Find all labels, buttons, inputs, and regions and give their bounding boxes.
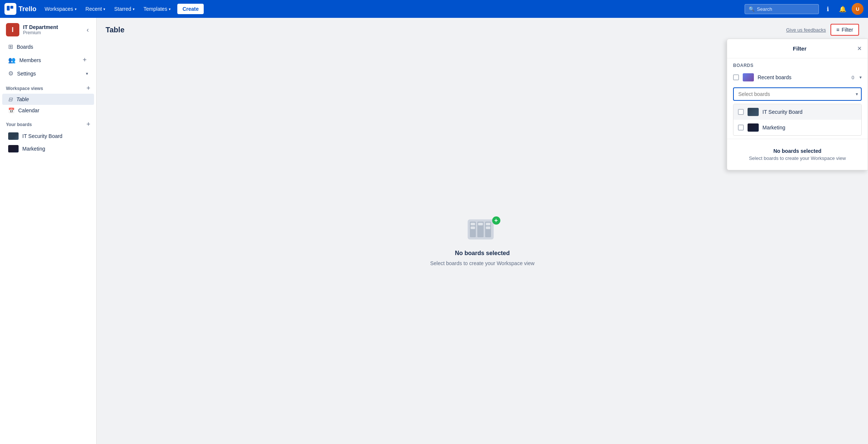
logo-icon (4, 3, 16, 15)
panel-empty-subtitle: Select boards to create your Workspace v… (733, 155, 862, 161)
marketing-checkbox[interactable] (738, 125, 744, 131)
dropdown-item-security[interactable]: IT Security Board (733, 104, 861, 120)
sidebar: I IT Department Premium ‹ ⊞ Boards 👥 Mem… (0, 18, 97, 444)
table-icon: ⊟ (8, 96, 13, 102)
sidebar-board-security[interactable]: IT Security Board (2, 130, 94, 142)
marketing-dropdown-label: Marketing (762, 125, 785, 131)
settings-chevron-icon: ▾ (86, 71, 88, 76)
add-board-button[interactable]: + (86, 120, 90, 128)
svg-rect-0 (7, 6, 10, 10)
sidebar-item-boards[interactable]: ⊞ Boards (2, 40, 94, 53)
sidebar-workspace-header: I IT Department Premium ‹ (0, 18, 96, 40)
settings-icon: ⚙ (8, 70, 13, 77)
topnav: Trello Workspaces ▾ Recent ▾ Starred ▾ T… (0, 0, 868, 18)
panel-empty-title: No boards selected (733, 148, 862, 154)
filter-panel-title: Filter (742, 45, 857, 52)
templates-chevron-icon: ▾ (169, 7, 171, 11)
give-feedback-link[interactable]: Give us feedbacks (786, 27, 826, 33)
recent-boards-chevron-icon[interactable]: ▾ (859, 75, 862, 80)
add-icon: + (492, 216, 500, 225)
filter-button[interactable]: ≡ Filter (830, 24, 859, 36)
info-button[interactable]: ℹ (822, 3, 834, 15)
create-button[interactable]: Create (177, 4, 204, 14)
select-boards-input[interactable] (733, 87, 862, 101)
panel-empty-state: No boards selected Select boards to crea… (727, 139, 868, 170)
recent-boards-count: 0 (852, 75, 854, 80)
security-dropdown-label: IT Security Board (762, 109, 803, 115)
workspaces-chevron-icon: ▾ (75, 7, 77, 11)
starred-chevron-icon: ▾ (133, 7, 135, 11)
logo-text: Trello (19, 5, 36, 13)
filter-boards-label: Boards (727, 58, 868, 70)
recent-boards-thumb (743, 73, 754, 81)
templates-menu-button[interactable]: Templates ▾ (140, 4, 174, 14)
table-label: Table (16, 96, 29, 102)
filter-boards-section: Recent boards 0 ▾ (727, 70, 868, 87)
board-graphic (468, 219, 494, 239)
sidebar-members-label: Members (19, 57, 41, 63)
sidebar-item-settings[interactable]: ⚙ Settings ▾ (2, 67, 94, 80)
add-workspace-view-button[interactable]: + (86, 84, 90, 92)
marketing-board-thumb (8, 145, 19, 152)
calendar-label: Calendar (18, 107, 39, 113)
starred-menu-button[interactable]: Starred ▾ (110, 4, 138, 14)
security-board-thumb (8, 132, 19, 140)
calendar-icon: 📅 (8, 107, 14, 113)
your-boards-section: Your boards + (0, 116, 96, 130)
sidebar-settings-label: Settings (17, 71, 36, 77)
filter-label: Filter (842, 27, 853, 33)
dropdown-item-marketing[interactable]: Marketing (733, 120, 861, 135)
select-boards-wrapper: ▾ (733, 87, 862, 101)
sidebar-item-members[interactable]: 👥 Members + (2, 53, 94, 67)
boards-dropdown: IT Security Board Marketing (733, 104, 862, 136)
sidebar-board-marketing[interactable]: Marketing (2, 142, 94, 155)
main-content: Table Give us feedbacks ≡ Filter (97, 18, 868, 444)
marketing-board-label: Marketing (22, 146, 45, 152)
filter-panel: Filter × Boards Recent boards 0 ▾ ▾ (727, 39, 868, 170)
security-dropdown-thumb (748, 108, 759, 116)
workspace-plan: Premium (23, 30, 81, 35)
marketing-dropdown-thumb (748, 123, 759, 132)
workspace-info: IT Department Premium (23, 24, 81, 35)
svg-rect-1 (10, 6, 13, 9)
filter-panel-header: Filter × (727, 39, 868, 58)
select-boards-chevron-icon[interactable]: ▾ (856, 91, 858, 97)
main-header: Table Give us feedbacks ≡ Filter (97, 18, 868, 42)
search-placeholder: Search (757, 6, 772, 12)
security-board-label: IT Security Board (22, 133, 62, 139)
sidebar-view-calendar[interactable]: 📅 Calendar (2, 105, 94, 116)
filter-close-button[interactable]: × (857, 44, 862, 53)
search-box[interactable]: 🔍 Search (745, 4, 819, 14)
recent-menu-button[interactable]: Recent ▾ (82, 4, 109, 14)
members-icon: 👥 (8, 57, 16, 64)
search-icon: 🔍 (749, 6, 755, 12)
sidebar-collapse-button[interactable]: ‹ (85, 25, 90, 35)
workspace-views-section: Workspace views + (0, 80, 96, 94)
workspace-icon: I (6, 23, 19, 36)
page-title: Table (106, 26, 786, 34)
security-checkbox[interactable] (738, 109, 744, 115)
boards-icon: ⊞ (8, 43, 13, 50)
workspace-name: IT Department (23, 24, 81, 30)
empty-subtitle: Select boards to create your Workspace v… (430, 260, 535, 266)
avatar[interactable]: U (852, 3, 864, 15)
workspaces-menu-button[interactable]: Workspaces ▾ (41, 4, 80, 14)
layout: I IT Department Premium ‹ ⊞ Boards 👥 Mem… (0, 18, 868, 444)
recent-chevron-icon: ▾ (103, 7, 105, 11)
empty-title: No boards selected (455, 250, 510, 257)
recent-boards-checkbox[interactable] (733, 74, 739, 80)
sidebar-boards-label: Boards (17, 44, 33, 50)
empty-icon: + (468, 219, 497, 243)
recent-boards-label: Recent boards (758, 74, 848, 80)
avatar-initials: U (856, 6, 859, 12)
trello-logo[interactable]: Trello (4, 3, 36, 15)
add-member-button[interactable]: + (81, 56, 88, 64)
filter-icon: ≡ (836, 27, 839, 33)
notifications-button[interactable]: 🔔 (837, 3, 849, 15)
recent-boards-row: Recent boards 0 ▾ (733, 70, 862, 84)
topnav-right: 🔍 Search ℹ 🔔 U (745, 3, 864, 15)
sidebar-view-table[interactable]: ⊟ Table (2, 94, 94, 105)
